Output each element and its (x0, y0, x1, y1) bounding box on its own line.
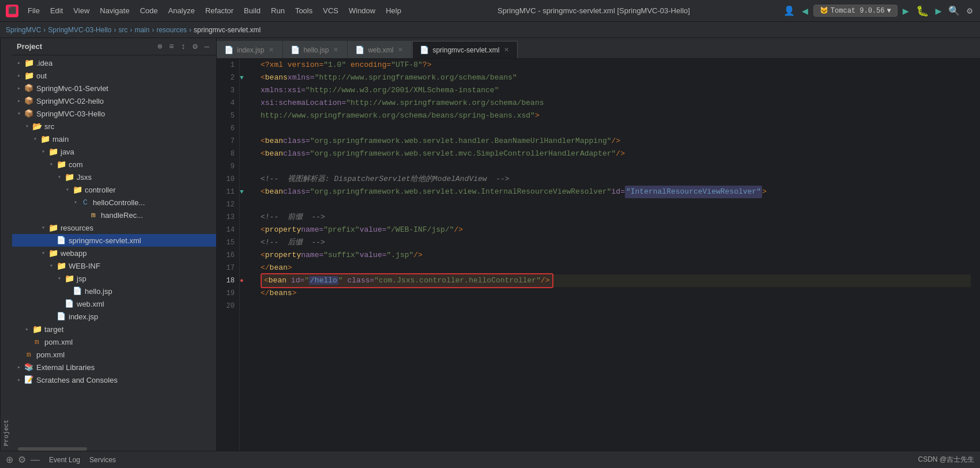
tree-arrow[interactable]: ▾ (31, 134, 40, 144)
run-config-label: Tomcat 9.0.56 (831, 7, 885, 15)
breadcrumb-file[interactable]: springmvc-servlet.xml (194, 26, 261, 34)
tree-item-com[interactable]: ▾📁com (12, 158, 216, 171)
tree-item-springmvc03[interactable]: ▾📦SpringMVC-03-Hello (12, 107, 216, 120)
tree-arrow[interactable]: ▾ (47, 261, 56, 270)
tree-item-java[interactable]: ▾📁java (12, 145, 216, 158)
tree-item-hellojsp[interactable]: 📄hello.jsp (12, 285, 216, 297)
tree-arrow[interactable]: ▾ (71, 198, 80, 207)
breadcrumb-src[interactable]: src (118, 26, 127, 34)
tree-item-helloController[interactable]: ▾ChelloControlle... (12, 196, 216, 209)
fold-icon[interactable]: ▼ (240, 74, 244, 81)
sort-icon[interactable]: ↕ (179, 41, 188, 52)
tree-item-webapp[interactable]: ▾📁webapp (12, 247, 216, 259)
menu-view[interactable]: View (69, 4, 94, 17)
services-btn[interactable]: Services (89, 456, 116, 464)
tree-item-target[interactable]: ▸📁target (12, 323, 216, 335)
tree-item-jsp[interactable]: ▾📁jsp (12, 272, 216, 285)
menu-refactor[interactable]: Refactor (201, 4, 238, 17)
tree-item-jsxs[interactable]: ▾📁Jsxs (12, 171, 216, 183)
breadcrumb-project[interactable]: SpringMVC-03-Hello (48, 26, 111, 34)
tree-arrow[interactable]: ▾ (47, 160, 56, 169)
menu-edit[interactable]: Edit (46, 4, 67, 17)
event-log-btn[interactable]: Event Log (44, 455, 85, 465)
menu-file[interactable]: File (23, 4, 44, 17)
tree-arrow[interactable]: ▾ (39, 223, 48, 232)
tree-item-idea[interactable]: ▸📁.idea (12, 56, 216, 69)
tree-item-webxml[interactable]: 📄web.xml (12, 297, 216, 310)
tree-item-pomchild[interactable]: mpom.xml (12, 335, 216, 348)
tree-item-springmvc01[interactable]: ▸📦SpringMvc-01-Servlet (12, 82, 216, 95)
menu-run[interactable]: Run (266, 4, 289, 17)
tree-item-handleReq[interactable]: mhandleRec... (12, 209, 216, 221)
menu-build[interactable]: Build (239, 4, 265, 17)
tree-arrow[interactable]: ▸ (14, 96, 24, 105)
tree-item-out[interactable]: ▸📁out (12, 69, 216, 82)
tree-arrow[interactable]: ▸ (14, 58, 24, 67)
menu-help[interactable]: Help (381, 4, 406, 17)
debug-icon[interactable]: 🐛 (914, 3, 930, 19)
tree-arrow[interactable]: ▾ (55, 172, 64, 182)
tree-arrow[interactable]: ▾ (55, 274, 64, 283)
tree-arrow[interactable]: ▸ (14, 84, 24, 93)
tree-arrow[interactable]: ▾ (39, 248, 48, 258)
user-icon[interactable]: 👤 (782, 3, 797, 18)
tab-close-hellojsp[interactable]: ✕ (332, 46, 340, 54)
settings-panel-icon[interactable]: ⚙ (190, 40, 199, 52)
menu-navigate[interactable]: Navigate (95, 4, 134, 17)
tab-close-indexjsp[interactable]: ✕ (267, 46, 275, 54)
add-icon[interactable]: ⊕ (155, 40, 164, 52)
project-tree[interactable]: ▸📁.idea▸📁out▸📦SpringMvc-01-Servlet▸📦Spri… (12, 55, 216, 447)
menu-tools[interactable]: Tools (291, 4, 317, 17)
menu-bar[interactable]: File Edit View Navigate Code Analyze Ref… (23, 4, 406, 17)
tree-item-springmvc02[interactable]: ▸📦SpringMVC-02-hello (12, 95, 216, 107)
tree-item-controller[interactable]: ▾📁controller (12, 183, 216, 196)
gear-bottom-icon[interactable]: ⚙ (18, 454, 26, 465)
breadcrumb-resources[interactable]: resources (156, 26, 187, 34)
minus-icon[interactable]: — (31, 455, 40, 465)
menu-code[interactable]: Code (135, 4, 163, 17)
tree-arrow[interactable]: ▸ (14, 363, 24, 372)
tree-arrow[interactable]: ▸ (22, 324, 32, 334)
run-icon[interactable]: ▶ (901, 3, 911, 19)
coverage-icon[interactable]: ▶ (934, 3, 944, 19)
search-everywhere-icon[interactable]: 🔍 (947, 3, 962, 18)
close-panel-icon[interactable]: — (202, 41, 212, 52)
tab-close-webxml[interactable]: ✕ (397, 46, 404, 54)
collapse-all-icon[interactable]: ≡ (167, 41, 176, 52)
breadcrumb-main[interactable]: main (134, 26, 149, 34)
menu-analyze[interactable]: Analyze (164, 4, 199, 17)
tree-arrow[interactable]: ▾ (63, 185, 72, 194)
tab-springmvcservlet[interactable]: 📄 springmvc-servlet.xml ✕ (412, 41, 518, 58)
project-panel-label[interactable]: Project (0, 38, 12, 451)
tree-item-scratches[interactable]: ▸📝Scratches and Consoles (12, 373, 216, 386)
menu-window[interactable]: Window (344, 4, 380, 17)
tree-arrow[interactable]: ▸ (14, 375, 24, 384)
tree-item-extlibs[interactable]: ▸📚External Libraries (12, 361, 216, 373)
menu-vcs[interactable]: VCS (318, 4, 343, 17)
tree-item-springmvc-servlet[interactable]: 📄springmvc-servlet.xml (12, 234, 216, 247)
fold-icon[interactable]: ▼ (240, 188, 244, 195)
tree-arrow[interactable]: ▾ (39, 147, 48, 156)
tree-item-main[interactable]: ▾📁main (12, 133, 216, 145)
tree-arrow[interactable]: ▾ (22, 122, 32, 131)
tab-indexjsp[interactable]: 📄 index.jsp ✕ (217, 41, 282, 58)
tree-arrow[interactable]: ▾ (14, 109, 24, 118)
run-config-dropdown-icon: ▼ (887, 7, 891, 15)
tree-item-indexjsp[interactable]: 📄index.jsp (12, 310, 216, 323)
tree-item-resources[interactable]: ▾📁resources (12, 221, 216, 234)
tab-webxml[interactable]: 📄 web.xml ✕ (348, 41, 412, 58)
run-config[interactable]: 🐱 Tomcat 9.0.56 ▼ (813, 5, 898, 17)
tree-item-webinf[interactable]: ▾📁WEB-INF (12, 259, 216, 272)
tab-hellojsp[interactable]: 📄 hello.jsp ✕ (283, 41, 347, 58)
plus-icon[interactable]: ⊕ (6, 454, 13, 465)
tree-item-pom[interactable]: mpom.xml (12, 348, 216, 361)
code-area[interactable]: <?xml version="1.0" encoding="UTF-8"?><b… (251, 59, 980, 451)
breadcrumb-springmvc[interactable]: SpringMVC (6, 26, 41, 34)
gutter: ▼▼● (240, 59, 251, 451)
editor-content[interactable]: 1234567891011121314151617181920 ▼▼● <?xm… (217, 59, 980, 451)
tab-close-springmvcservlet[interactable]: ✕ (503, 46, 510, 54)
tree-item-src[interactable]: ▾📂src (12, 120, 216, 133)
tree-arrow[interactable]: ▸ (14, 71, 24, 80)
settings-icon[interactable]: ⚙ (965, 3, 974, 18)
nav-back-icon[interactable]: ◀ (800, 3, 810, 19)
